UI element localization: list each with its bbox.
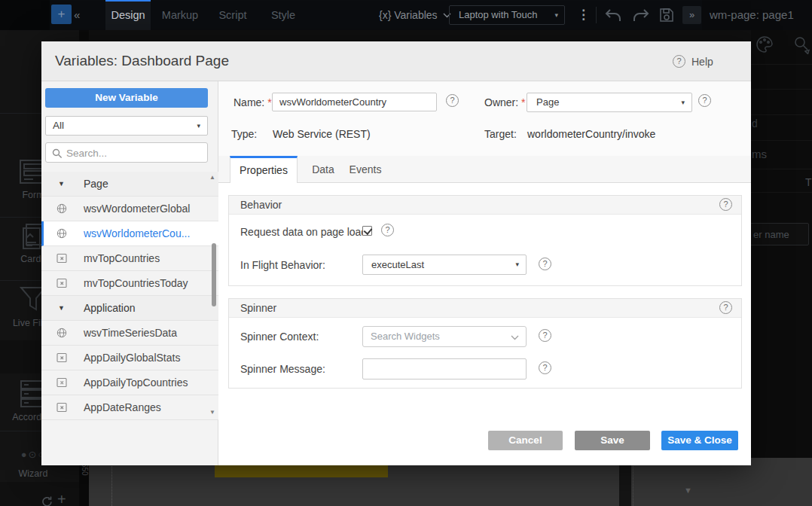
canvas-highlighted-widget: [215, 465, 388, 477]
canvas-scroll-down-icon: ▼: [684, 486, 692, 495]
panel-text-fragment: T: [805, 176, 812, 188]
help-icon[interactable]: ?: [719, 198, 732, 211]
tab-markup[interactable]: Markup: [154, 0, 206, 30]
web-service-icon: [56, 228, 67, 239]
panel-divider: [751, 114, 812, 115]
variable-list-item[interactable]: wsvWordometerGlobal: [41, 197, 218, 221]
variable-list-item[interactable]: AppDailyGlobalStats: [41, 346, 218, 370]
help-icon[interactable]: ?: [539, 258, 551, 270]
target-label: Target:: [484, 128, 517, 140]
add-page-button[interactable]: +: [51, 5, 72, 24]
wavemaker-studio: + « Design Markup Script Style {x} Varia…: [0, 0, 812, 506]
spinner-title: Spinner: [240, 299, 276, 317]
model-variable-icon: [56, 377, 67, 388]
redo-icon[interactable]: [633, 9, 649, 22]
variable-list-item-selected[interactable]: wsvWorldometerCou...: [41, 221, 218, 246]
help-icon[interactable]: ?: [381, 224, 394, 236]
panel-divider: [751, 140, 812, 141]
detail-tabbar: Properties Data Events: [218, 156, 751, 183]
model-variable-icon: [56, 402, 67, 413]
variables-menu[interactable]: {x} Variables: [379, 0, 438, 30]
expand-panel-icon[interactable]: »: [682, 6, 701, 24]
panel-divider: [751, 64, 812, 65]
tab-script[interactable]: Script: [209, 0, 256, 30]
required-marker: *: [521, 96, 525, 108]
owner-select[interactable]: Page ▾: [527, 93, 692, 112]
panel-text-fragment: d: [752, 117, 758, 130]
spinner-section: Spinner ? Spinner Context: Search Widget…: [228, 298, 742, 389]
help-icon[interactable]: ?: [673, 55, 685, 68]
panel-input-fragment: er name: [753, 229, 789, 240]
panel-text-fragment: ms: [752, 148, 767, 160]
toolbar-divider: [596, 7, 597, 23]
list-scroll-up-icon[interactable]: ▲: [209, 174, 215, 181]
web-service-icon: [56, 328, 67, 338]
group-caret-icon: ▼: [58, 172, 65, 196]
panel-divider: [751, 192, 812, 193]
refresh-icon[interactable]: [41, 496, 52, 506]
model-variable-icon: [56, 352, 67, 363]
tab-data[interactable]: Data: [305, 156, 341, 183]
variable-list-item[interactable]: wsvTimeSeriesData: [41, 321, 218, 346]
tab-design[interactable]: Design: [105, 0, 151, 30]
panel-divider: [751, 169, 812, 169]
request-data-label: Request data on page load: [240, 226, 367, 238]
name-input[interactable]: [272, 93, 437, 111]
panel-name-input[interactable]: er name: [746, 223, 809, 245]
collapse-panel-icon[interactable]: «: [74, 0, 80, 30]
tab-properties[interactable]: Properties: [230, 156, 298, 184]
spinner-context-select[interactable]: Search Widgets: [362, 326, 527, 347]
variable-list-item[interactable]: AppDailyTopCountries: [41, 370, 218, 395]
variable-filter-select[interactable]: All ▾: [45, 116, 208, 136]
variable-group-page[interactable]: ▼ Page: [41, 172, 218, 197]
variable-list-item[interactable]: mvTopCountriesToday: [41, 271, 218, 296]
palette-item-wizard[interactable]: Wizard: [0, 468, 66, 479]
required-marker: *: [267, 96, 271, 108]
panel-divider: [751, 89, 812, 90]
spinner-message-label: Spinner Message:: [240, 363, 325, 375]
device-select[interactable]: Laptop with Touch ▾: [449, 5, 565, 25]
request-data-checkbox[interactable]: [362, 226, 372, 236]
spinner-message-input[interactable]: [362, 358, 527, 380]
model-variable-icon: [56, 253, 67, 264]
save-icon[interactable]: [659, 8, 674, 23]
help-icon[interactable]: ?: [719, 301, 732, 314]
page-badge: wm-page: page1: [710, 0, 794, 30]
variable-list-item[interactable]: AppDateRanges: [41, 395, 218, 420]
new-variable-button[interactable]: New Variable: [45, 88, 208, 108]
inspect-zoom-icon[interactable]: [792, 35, 812, 54]
name-label: Name: *: [234, 96, 272, 108]
variable-group-application[interactable]: ▼ Application: [41, 296, 218, 321]
inflight-select[interactable]: executeLast ▾: [362, 255, 527, 275]
variables-dialog: Variables: Dashboard Page ? Help New Var…: [41, 41, 751, 465]
undo-icon[interactable]: [605, 9, 621, 22]
add-icon[interactable]: +: [57, 491, 66, 506]
theme-palette-icon[interactable]: [755, 35, 774, 54]
save-and-close-button[interactable]: Save & Close: [661, 431, 738, 450]
more-options-icon[interactable]: ⋮: [577, 0, 590, 30]
inflight-label: In Flight Behavior:: [240, 259, 325, 271]
save-button[interactable]: Save: [575, 431, 650, 450]
caret-down-icon: ▾: [515, 255, 519, 274]
target-value: worldometerCountry/invoke: [527, 128, 655, 140]
caret-down-icon: ▾: [197, 117, 200, 135]
list-scroll-down-icon[interactable]: ▼: [209, 409, 215, 416]
variable-list-item[interactable]: mvTopCountries: [41, 246, 218, 271]
type-label: Type:: [231, 128, 257, 140]
caret-down-icon: ▾: [681, 93, 685, 111]
behavior-title: Behavior: [240, 196, 282, 214]
tab-events[interactable]: Events: [343, 156, 388, 183]
help-icon[interactable]: ?: [698, 94, 711, 107]
list-scrollbar-thumb[interactable]: [212, 243, 216, 306]
chevron-down-icon: [511, 335, 519, 340]
help-icon[interactable]: ?: [539, 329, 551, 342]
spinner-context-label: Spinner Context:: [240, 331, 319, 343]
search-input[interactable]: [65, 144, 203, 163]
help-icon[interactable]: ?: [539, 361, 551, 374]
model-variable-icon: [56, 278, 67, 288]
top-toolbar: + « Design Markup Script Style {x} Varia…: [0, 0, 812, 30]
help-link[interactable]: Help: [691, 56, 713, 68]
tab-style[interactable]: Style: [261, 0, 305, 30]
help-icon[interactable]: ?: [446, 94, 459, 107]
cancel-button[interactable]: Cancel: [488, 431, 563, 450]
